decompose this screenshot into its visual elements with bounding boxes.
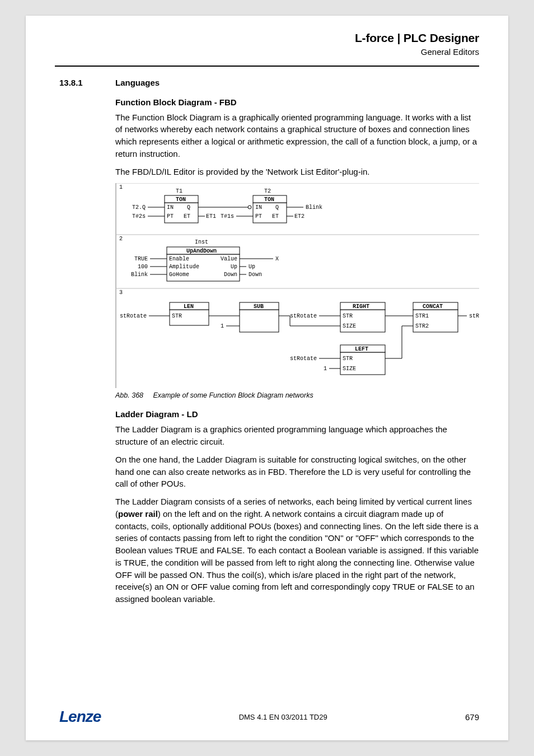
svg-text:IN: IN: [167, 204, 174, 211]
svg-text:ET1: ET1: [206, 213, 216, 220]
svg-text:PT: PT: [255, 213, 262, 220]
svg-text:IN: IN: [255, 204, 262, 211]
svg-text:Up: Up: [249, 264, 255, 270]
svg-text:T2: T2: [264, 188, 271, 194]
svg-text:stRotate: stRotate: [469, 313, 479, 319]
svg-rect-64: [240, 310, 279, 332]
svg-text:TON: TON: [176, 197, 186, 203]
svg-text:STR: STR: [343, 313, 353, 319]
svg-text:RIGHT: RIGHT: [353, 304, 369, 310]
svg-text:PT: PT: [167, 213, 174, 220]
svg-text:1: 1: [119, 184, 123, 190]
ld-paragraph-3: The Ladder Diagram consists of a series …: [115, 496, 479, 605]
svg-text:Q: Q: [275, 204, 279, 211]
svg-text:ET2: ET2: [294, 213, 305, 220]
section-label: General Editors: [26, 47, 479, 60]
ld-p3-bold: power rail: [118, 509, 158, 519]
fbd-diagram-svg: 1 2 3 T1 TON IN Q PT ET T2.Q T#2s: [115, 183, 479, 388]
svg-point-21: [248, 206, 251, 209]
svg-text:Amplitude: Amplitude: [169, 264, 199, 270]
svg-text:2: 2: [119, 236, 123, 242]
svg-text:Blink: Blink: [131, 272, 148, 278]
svg-text:STR: STR: [343, 356, 353, 362]
brand-title: L-force | PLC Designer: [26, 31, 479, 47]
svg-text:CONCAT: CONCAT: [423, 304, 443, 310]
svg-text:T1: T1: [176, 188, 182, 194]
caption-text: Example of some Function Block Diagram n…: [153, 391, 313, 399]
document-header: L-force | PLC Designer General Editors: [26, 16, 508, 66]
figure-caption: Abb. 368 Example of some Function Block …: [115, 391, 479, 399]
svg-text:Down: Down: [249, 272, 262, 278]
svg-text:UpAndDown: UpAndDown: [186, 248, 217, 254]
svg-text:GoHome: GoHome: [169, 272, 189, 278]
svg-text:STR1: STR1: [415, 313, 429, 319]
svg-text:LEFT: LEFT: [355, 346, 368, 352]
lenze-logo: Lenze: [59, 708, 101, 726]
fbd-paragraph-1: The Function Block Diagram is a graphica…: [115, 111, 479, 160]
document-id: DMS 4.1 EN 03/2011 TD29: [239, 713, 327, 721]
fbd-paragraph-2: The FBD/LD/IL Editor is provided by the …: [115, 166, 479, 178]
svg-text:Q: Q: [187, 204, 190, 211]
ld-paragraph-2: On the one hand, the Ladder Diagram is s…: [115, 454, 479, 490]
svg-text:TON: TON: [264, 197, 274, 203]
caption-number: Abb. 368: [115, 391, 143, 399]
svg-text:TRUE: TRUE: [134, 256, 148, 262]
document-body: 13.8.1 Languages Function Block Diagram …: [26, 67, 508, 605]
svg-text:SUB: SUB: [254, 304, 264, 310]
section-heading-row: 13.8.1 Languages: [59, 78, 479, 87]
svg-text:1: 1: [324, 366, 327, 372]
svg-text:T#1s: T#1s: [221, 213, 234, 220]
svg-text:100: 100: [138, 264, 148, 270]
page-number: 679: [465, 712, 479, 722]
page: L-force | PLC Designer General Editors 1…: [26, 16, 508, 740]
ld-p3-b: ) on the left and on the right. A networ…: [115, 509, 479, 604]
svg-text:stRotate: stRotate: [290, 313, 317, 319]
svg-text:1: 1: [221, 323, 224, 329]
fbd-figure: 1 2 3 T1 TON IN Q PT ET T2.Q T#2s: [115, 183, 479, 388]
svg-text:Blink: Blink: [306, 204, 322, 211]
fbd-title: Function Block Diagram - FBD: [115, 97, 479, 107]
section-number: 13.8.1: [59, 78, 115, 87]
body-column: Function Block Diagram - FBD The Functio…: [115, 97, 479, 605]
ld-title: Ladder Diagram - LD: [115, 409, 479, 419]
svg-text:SIZE: SIZE: [343, 366, 356, 372]
svg-text:STR: STR: [172, 313, 182, 319]
svg-text:T#2s: T#2s: [132, 213, 146, 220]
svg-text:Value: Value: [221, 256, 237, 262]
svg-text:Up: Up: [231, 264, 237, 270]
svg-text:Enable: Enable: [169, 256, 189, 262]
svg-text:SIZE: SIZE: [343, 323, 356, 329]
svg-text:Inst: Inst: [195, 239, 208, 245]
svg-text:STR2: STR2: [415, 323, 429, 329]
section-title: Languages: [115, 78, 160, 87]
svg-text:ET: ET: [184, 213, 190, 220]
svg-text:LEN: LEN: [184, 304, 194, 310]
svg-text:stRotate: stRotate: [290, 356, 317, 362]
svg-text:ET: ET: [272, 213, 279, 220]
svg-text:Down: Down: [224, 272, 237, 278]
svg-text:T2.Q: T2.Q: [132, 204, 146, 211]
ld-paragraph-1: The Ladder Diagram is a graphics oriente…: [115, 423, 479, 448]
svg-text:stRotate: stRotate: [120, 313, 147, 319]
svg-text:X: X: [275, 256, 279, 262]
svg-text:3: 3: [119, 290, 123, 296]
document-footer: Lenze DMS 4.1 EN 03/2011 TD29 679: [26, 708, 508, 726]
